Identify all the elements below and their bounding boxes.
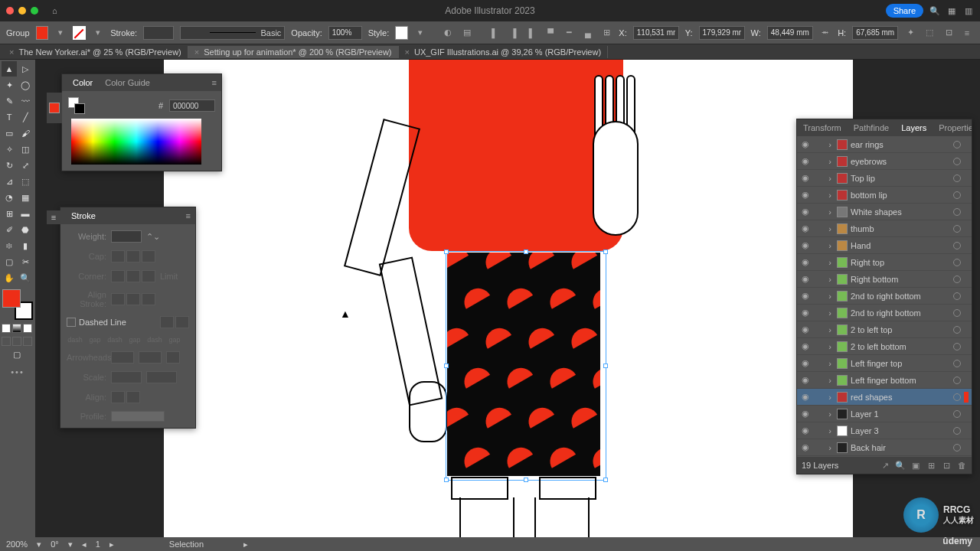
expand-icon[interactable]: ›: [826, 258, 834, 267]
eraser-tool[interactable]: ◫: [18, 142, 33, 157]
layer-row[interactable]: ◉ › 2nd to right bottom: [797, 288, 972, 305]
visibility-icon[interactable]: ◉: [800, 425, 811, 435]
width-tool[interactable]: ⊿: [2, 174, 17, 189]
layer-row[interactable]: ◉ › thumb: [797, 220, 972, 237]
lasso-tool[interactable]: ◯: [18, 77, 33, 93]
target-icon[interactable]: [953, 242, 961, 249]
brush-dropdown[interactable]: Basic: [180, 26, 285, 40]
expand-icon[interactable]: ›: [826, 342, 834, 351]
free-transform-tool[interactable]: ⬚: [18, 174, 33, 189]
cap-projecting[interactable]: [142, 250, 155, 262]
color-panel-menu-icon[interactable]: ≡: [212, 78, 217, 87]
share-button[interactable]: Share: [886, 4, 923, 18]
expand-icon[interactable]: ›: [826, 275, 834, 284]
visibility-icon[interactable]: ◉: [800, 392, 811, 402]
expand-icon[interactable]: ›: [826, 224, 834, 233]
target-icon[interactable]: [953, 444, 961, 452]
corner-round[interactable]: [126, 270, 140, 282]
expand-icon[interactable]: ›: [826, 174, 834, 183]
target-icon[interactable]: [953, 208, 961, 216]
side-fill-swatch[interactable]: [49, 103, 60, 113]
layer-row[interactable]: ◉ › Right bottom: [797, 271, 972, 288]
maximize-window[interactable]: [31, 7, 38, 15]
visibility-icon[interactable]: ◉: [800, 409, 811, 419]
perspective-tool[interactable]: ▦: [18, 190, 33, 205]
locate-icon[interactable]: 🔍: [895, 460, 906, 471]
expand-icon[interactable]: ›: [826, 207, 834, 217]
stroke-swatch[interactable]: [73, 26, 85, 40]
expand-icon[interactable]: ›: [826, 241, 834, 250]
target-icon[interactable]: [953, 259, 961, 266]
edit-toolbar-icon[interactable]: •••: [2, 367, 34, 377]
cap-round[interactable]: [126, 250, 140, 262]
visibility-icon[interactable]: ◉: [800, 139, 811, 149]
new-sublayer-icon[interactable]: ⊞: [926, 460, 936, 471]
align-mid-icon[interactable]: ━: [563, 26, 575, 40]
target-icon[interactable]: [953, 276, 961, 283]
visibility-icon[interactable]: ◉: [800, 240, 811, 250]
expand-icon[interactable]: ›: [826, 292, 834, 301]
rectangle-tool[interactable]: ▭: [2, 126, 17, 141]
color-guide-tab[interactable]: Color Guide: [99, 78, 156, 87]
slice-tool[interactable]: ✂: [18, 254, 33, 269]
layer-row[interactable]: ◉ › Left finger top: [797, 355, 972, 372]
transform-icon[interactable]: ⊞: [600, 26, 612, 40]
align-center-icon[interactable]: ▐: [507, 26, 519, 40]
expand-icon[interactable]: ›: [826, 409, 834, 419]
layer-name[interactable]: red shapes: [851, 393, 950, 402]
expand-icon[interactable]: ›: [826, 191, 834, 200]
clip-mask-icon[interactable]: ▣: [910, 460, 921, 471]
hex-input[interactable]: 000000: [169, 99, 215, 112]
layer-row[interactable]: ◉ › 2 to left bottom: [797, 338, 972, 355]
stroke-dropdown-icon[interactable]: ▾: [92, 26, 104, 40]
layer-name[interactable]: Right bottom: [851, 275, 950, 284]
fill-color[interactable]: [2, 289, 21, 308]
color-stroke-swatch[interactable]: [74, 103, 85, 114]
target-icon[interactable]: [953, 360, 961, 367]
align-top-icon[interactable]: ▀: [544, 26, 557, 40]
w-input[interactable]: [767, 26, 813, 40]
layer-row[interactable]: ◉ › Left finger bottom: [797, 372, 972, 389]
recolor-icon[interactable]: ◐: [442, 26, 454, 40]
curvature-tool[interactable]: 〰: [18, 93, 33, 109]
align-bottom-icon[interactable]: ▄: [582, 26, 594, 40]
gradient-tool[interactable]: ▬: [18, 206, 33, 221]
layer-row[interactable]: ◉ › bottom lip: [797, 187, 972, 204]
layer-row[interactable]: ◉ › Hand: [797, 237, 972, 254]
symbol-sprayer-tool[interactable]: ፨: [2, 238, 17, 253]
rotate-angle[interactable]: 0°: [51, 540, 59, 549]
selection-bounding-box[interactable]: [446, 251, 606, 481]
opacity-input[interactable]: [328, 26, 362, 40]
layer-row[interactable]: ◉ › Back hair: [797, 439, 972, 456]
target-icon[interactable]: [953, 158, 961, 165]
layer-name[interactable]: 2 to left top: [851, 325, 950, 334]
new-layer-icon[interactable]: ⊡: [941, 460, 952, 471]
layer-name[interactable]: Hand: [851, 241, 950, 250]
layer-row[interactable]: ◉ › red shapes: [797, 389, 972, 406]
pen-tool[interactable]: ✎: [2, 93, 17, 109]
dash-align-1[interactable]: [160, 316, 174, 328]
scale-end[interactable]: [146, 371, 177, 383]
layer-name[interactable]: eyebrows: [851, 157, 950, 166]
rotate-tool[interactable]: ↻: [2, 158, 17, 173]
stroke-panel-menu-icon[interactable]: ≡: [186, 211, 191, 220]
layer-name[interactable]: Back hair: [851, 443, 950, 452]
scale-tool[interactable]: ⤢: [18, 158, 33, 173]
target-icon[interactable]: [953, 343, 961, 350]
layer-name[interactable]: thumb: [851, 224, 950, 233]
color-mode-solid[interactable]: [2, 324, 11, 333]
x-input[interactable]: [633, 26, 679, 40]
target-icon[interactable]: [953, 309, 961, 317]
layer-name[interactable]: Left finger bottom: [851, 376, 950, 385]
align-left-icon[interactable]: ▌: [488, 26, 501, 40]
visibility-icon[interactable]: ◉: [800, 274, 811, 284]
layer-row[interactable]: ◉ › 2 to left top: [797, 321, 972, 338]
expand-icon[interactable]: ›: [826, 376, 834, 385]
minimize-window[interactable]: [18, 7, 26, 15]
align-icon[interactable]: ▤: [460, 26, 472, 40]
align-inside[interactable]: [126, 293, 140, 305]
visibility-icon[interactable]: ◉: [800, 375, 811, 385]
target-icon[interactable]: [953, 191, 961, 199]
dash-align-2[interactable]: [175, 316, 189, 328]
arrow-align-1[interactable]: [111, 391, 125, 403]
